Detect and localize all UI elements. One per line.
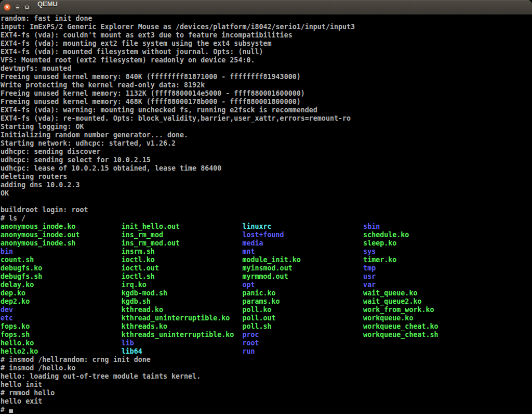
ls-entry: ioctl.out	[122, 264, 243, 272]
console-line: EXT4-fs (vda): re-mounted. Opts: block_v…	[1, 114, 351, 122]
ls-entry: sys	[363, 248, 376, 255]
window-titlebar[interactable]: × QEMU	[0, 0, 532, 15]
ls-entry: wait_queue.ko	[363, 289, 417, 297]
console-line: EXT4-fs (vda): couldn't mount as ext3 du…	[1, 31, 292, 39]
ls-entry: params.ko	[242, 297, 363, 305]
ls-entry: fops.ko	[1, 322, 122, 330]
ls-entry: anonymous_inode.ko	[1, 223, 122, 230]
ls-row: count.sh ioctl.ko module_init.ko timer.k…	[1, 256, 396, 264]
console-line: Freeing unused kernel memory: 840K (ffff…	[1, 73, 301, 81]
ls-entry: workqueue_cheat.sh	[363, 331, 438, 339]
ls-entry: root	[242, 339, 259, 347]
ls-entry: ioctl.ko	[122, 256, 243, 264]
window-title: QEMU	[37, 0, 58, 15]
console-line: Starting logging: OK	[1, 123, 84, 131]
ls-entry: kthread_uninterruptible.ko	[122, 314, 243, 322]
ls-entry: anonymous_inode.sh	[1, 239, 122, 247]
ls-entry: init_hello.out	[122, 223, 243, 230]
ls-entry: usr	[363, 273, 376, 280]
console-line: udhcpc: lease of 10.0.2.15 obtained, lea…	[1, 164, 221, 172]
ls-row: anonymous_inode.ko init_hello.out linuxr…	[1, 223, 380, 230]
shell-prompt: #	[1, 406, 9, 413]
qemu-window: × QEMU random: fast init done input: ImE…	[0, 0, 532, 414]
ls-entry: proc	[242, 331, 363, 339]
ls-entry: bin	[1, 248, 122, 255]
console-line: # ls /	[1, 214, 25, 222]
ls-entry: sbin	[363, 223, 380, 230]
ls-entry: media	[242, 239, 363, 247]
console-line: EXT4-fs (vda): mounting ext2 file system…	[1, 40, 272, 47]
ls-entry: debugfs.ko	[1, 264, 122, 272]
console-line: udhcpc: sending discover	[1, 148, 101, 156]
close-button[interactable]: ×	[4, 4, 11, 11]
console-line: # insmod /hello.ko	[1, 364, 75, 372]
ls-entry: timer.ko	[363, 256, 396, 264]
ls-entry: kthread.ko	[122, 306, 243, 314]
shell-prompt-line: #	[1, 406, 13, 413]
ls-row: fops.sh kthreads_uninterruptible.ko proc…	[1, 331, 438, 339]
ls-entry: hello.ko	[1, 339, 122, 347]
ls-entry: hello2.ko	[1, 347, 122, 355]
ls-entry: workqueue.ko	[363, 314, 413, 322]
ls-entry: tmp	[363, 264, 376, 272]
console-line: OK	[1, 189, 9, 197]
ls-entry: kthreads.ko	[122, 322, 243, 330]
console-line: hello init	[1, 381, 42, 389]
minimize-icon	[16, 7, 19, 8]
ls-row: debugfs.ko ioctl.out myinsmod.out tmp	[1, 264, 376, 272]
console-line: hello: loading out-of-tree module taints…	[1, 372, 201, 380]
console-line: VFS: Mounted root (ext2 filesystem) read…	[1, 56, 255, 64]
ls-row: dep.ko kgdb-mod.sh panic.ko wait_queue.k…	[1, 289, 417, 297]
console-line: EXT4-fs (vda): warning: mounting uncheck…	[1, 106, 317, 114]
ls-entry: kgdb-mod.sh	[122, 289, 243, 297]
terminal-cursor	[9, 409, 13, 413]
ls-entry: myrmmod.out	[242, 273, 363, 280]
ls-row: anonymous_inode.out ins_rm_mod lost+foun…	[1, 231, 409, 239]
console-line: udhcpc: sending select for 10.0.2.15	[1, 156, 151, 164]
ls-row: bin insrm.sh mnt sys	[1, 248, 376, 255]
ls-entry: poll.sh	[242, 322, 363, 330]
ls-entry: workqueue_cheat.ko	[363, 322, 438, 330]
ls-row: debugfs.sh ioctl.sh myrmmod.out usr	[1, 273, 376, 280]
console-line: adding dns 10.0.2.3	[1, 181, 79, 189]
ls-entry: ins_rm_mod	[122, 231, 243, 239]
ls-entry: count.sh	[1, 256, 122, 264]
ls-entry: ins_rm_mod.out	[122, 239, 243, 247]
ls-entry: mnt	[242, 248, 363, 255]
console-line: EXT4-fs (vda): mounted filesystem withou…	[1, 48, 263, 56]
ls-entry: anonymous_inode.out	[1, 231, 122, 239]
ls-entry: irq.ko	[122, 281, 243, 289]
ls-row: hello.ko lib root	[1, 339, 259, 347]
console-line: Freeing unused kernel memory: 468K (ffff…	[1, 98, 301, 106]
close-icon: ×	[5, 4, 9, 10]
ls-row: fops.ko kthreads.ko poll.sh workqueue_ch…	[1, 322, 438, 330]
maximize-button[interactable]	[23, 4, 31, 11]
ls-row: anonymous_inode.sh ins_rm_mod.out media …	[1, 239, 396, 247]
console-line: Write protecting the kernel read-only da…	[1, 81, 205, 89]
ls-entry: schedule.ko	[363, 231, 409, 239]
ls-entry: panic.ko	[242, 289, 363, 297]
terminal-screen[interactable]: random: fast init done input: ImExPS/2 G…	[0, 15, 532, 414]
ls-entry: run	[242, 347, 255, 355]
ls-entry: etc	[1, 314, 122, 322]
maximize-icon	[25, 6, 29, 9]
minimize-button[interactable]	[14, 4, 21, 11]
console-line: # rmmod hello	[1, 389, 55, 397]
console-line: buildroot login: root	[1, 206, 88, 214]
ls-entry: debugfs.sh	[1, 273, 122, 280]
console-line: devtmpfs: mounted	[1, 64, 71, 72]
ls-entry: ioctl.sh	[122, 273, 243, 280]
console-line: hello exit	[1, 397, 42, 405]
ls-row: dep2.ko kgdb.sh params.ko wait_queue2.ko	[1, 297, 421, 305]
ls-entry: fops.sh	[1, 331, 122, 339]
ls-entry: lost+found	[242, 231, 363, 239]
ls-entry: linuxrc	[242, 223, 363, 230]
ls-row: delay.ko irq.ko opt var	[1, 281, 376, 289]
ls-entry: wait_queue2.ko	[363, 297, 421, 305]
ls-entry: var	[363, 281, 376, 289]
ls-entry: opt	[242, 281, 363, 289]
ls-entry: delay.ko	[1, 281, 122, 289]
ls-entry: insrm.sh	[122, 248, 243, 255]
ls-entry: sleep.ko	[363, 239, 396, 247]
ls-row: etc kthread_uninterruptible.ko poll.out …	[1, 314, 413, 322]
